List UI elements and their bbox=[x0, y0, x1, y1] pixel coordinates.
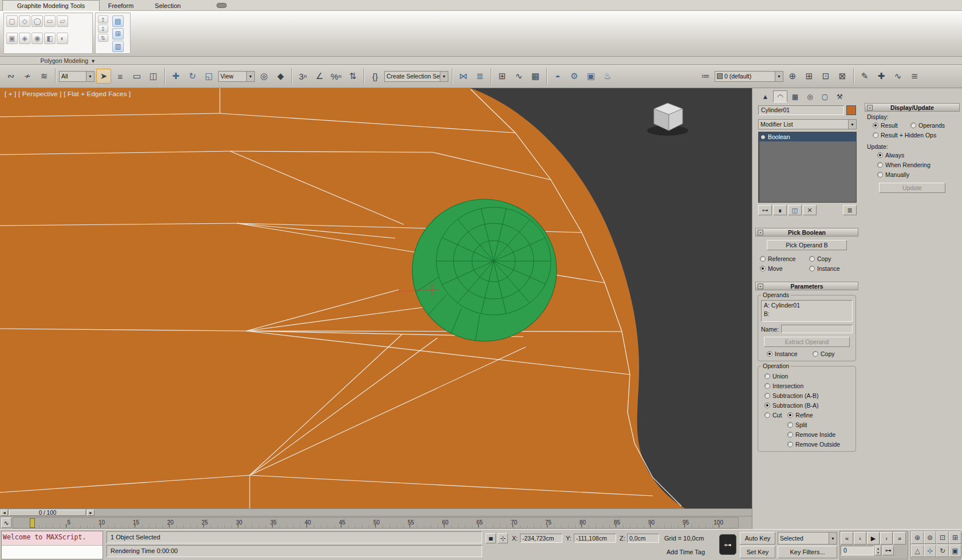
snaps-toggle-icon[interactable]: 3ⁿ bbox=[295, 69, 310, 84]
radio-button[interactable] bbox=[910, 123, 916, 128]
radio-button[interactable] bbox=[873, 123, 878, 128]
radio-button[interactable] bbox=[877, 172, 883, 178]
select-and-rotate-icon[interactable]: ↻ bbox=[185, 69, 200, 84]
tab-freeform[interactable]: Freeform bbox=[101, 0, 141, 11]
ribbon-tool-icon[interactable]: ◇ bbox=[19, 15, 30, 27]
edit-named-selection-sets-icon[interactable]: {} bbox=[368, 69, 383, 84]
radio-button[interactable] bbox=[787, 412, 793, 418]
edit-poly-tool-icon[interactable]: ✎ bbox=[857, 69, 872, 84]
frame-spinner[interactable]: ▲ ▼ bbox=[875, 546, 881, 555]
operands-list[interactable]: A: Cylinder01 B: bbox=[761, 300, 853, 322]
radio-button[interactable] bbox=[809, 256, 815, 262]
select-and-manipulate-icon[interactable]: ◆ bbox=[273, 69, 288, 84]
selection-lock-toggle[interactable]: ◙ bbox=[486, 533, 496, 543]
radio-button[interactable] bbox=[764, 373, 770, 379]
percent-snap-icon[interactable]: %ⁿ bbox=[329, 69, 344, 84]
maxscript-mini-listener[interactable]: Welcome to MAXScript. bbox=[1, 531, 103, 559]
ribbon-tool-icon[interactable]: ◧ bbox=[44, 33, 56, 44]
set-current-layer-icon[interactable]: ⊠ bbox=[835, 69, 850, 84]
z-coordinate-field[interactable]: 0,0cm bbox=[627, 534, 659, 543]
radio-button[interactable] bbox=[764, 393, 770, 399]
modifier-stack-row[interactable]: Boolean bbox=[759, 132, 856, 141]
key-step-toggle[interactable]: ⊶ bbox=[882, 546, 894, 555]
polygon-modeling-caption[interactable]: Polygon Modeling ▾ bbox=[3, 57, 132, 65]
tab-hierarchy[interactable]: ▦ bbox=[788, 90, 802, 102]
layer-explorer-icon[interactable]: ⊞ bbox=[495, 69, 510, 84]
radio-button[interactable] bbox=[787, 422, 793, 428]
radio-button[interactable] bbox=[764, 383, 770, 389]
pick-operand-b-button[interactable]: Pick Operand B bbox=[767, 240, 847, 250]
zoom-extents-icon[interactable]: ⊡ bbox=[936, 531, 949, 544]
radio-button[interactable] bbox=[760, 266, 766, 271]
zoom-icon[interactable]: ⊕ bbox=[911, 531, 924, 544]
ribbon-tool-icon[interactable]: ▢ bbox=[6, 15, 18, 27]
ribbon-tool-icon[interactable]: ◈ bbox=[19, 33, 30, 44]
object-name-field[interactable]: Cylinder01 bbox=[758, 105, 844, 115]
add-time-tag[interactable]: Add Time Tag bbox=[667, 549, 705, 555]
select-and-link-icon[interactable]: ∾ bbox=[3, 69, 18, 84]
parameters-header[interactable]: - Parameters bbox=[755, 282, 858, 290]
tab-utilities[interactable]: ⚒ bbox=[833, 90, 847, 102]
add-selection-to-layer-icon[interactable]: ⊞ bbox=[802, 69, 817, 84]
unlink-selection-icon[interactable]: ≁ bbox=[20, 69, 35, 84]
fov-icon[interactable]: △ bbox=[911, 545, 924, 557]
absolute-offset-toggle[interactable]: ⊹ bbox=[498, 533, 508, 543]
set-key-mode-icon[interactable]: ⊶ bbox=[719, 534, 736, 555]
auto-key-button[interactable]: Auto Key bbox=[740, 532, 775, 545]
select-objects-in-layer-icon[interactable]: ⊡ bbox=[818, 69, 833, 84]
previous-frame-button[interactable]: ‹ bbox=[854, 532, 866, 545]
ribbon-tool-icon[interactable]: ◉ bbox=[31, 33, 43, 44]
radio-button[interactable] bbox=[809, 266, 815, 271]
manage-layers-icon[interactable]: ≔ bbox=[698, 69, 713, 84]
rectangular-selection-region-icon[interactable]: ▭ bbox=[129, 69, 144, 84]
y-coordinate-field[interactable]: -111,108cm bbox=[574, 534, 616, 543]
schematic-view-icon[interactable]: ▦ bbox=[528, 69, 543, 84]
ribbon-tool-icon[interactable]: ⊞ bbox=[112, 28, 124, 40]
update-button[interactable]: Update bbox=[879, 183, 945, 193]
window-crossing-icon[interactable]: ◫ bbox=[146, 69, 161, 84]
ribbon-tool-icon[interactable]: ▱ bbox=[57, 15, 68, 27]
radio-button[interactable] bbox=[760, 256, 766, 262]
curve-editor-icon[interactable]: ∿ bbox=[511, 69, 526, 84]
go-to-start-button[interactable]: « bbox=[841, 532, 853, 545]
operand-name-input[interactable] bbox=[781, 325, 853, 333]
remove-modifier-button[interactable]: ✕ bbox=[803, 205, 817, 215]
collapse-icon[interactable]: - bbox=[758, 283, 763, 289]
maxscript-output-line[interactable]: Welcome to MAXScript. bbox=[2, 531, 102, 546]
tab-modify[interactable]: ◠ bbox=[773, 90, 787, 102]
rendered-frame-window-icon[interactable]: ▣ bbox=[583, 69, 598, 84]
ribbon-tool-icon[interactable]: ↥ bbox=[98, 15, 108, 23]
modifier-list-dropdown[interactable]: Modifier List ▼ bbox=[758, 119, 857, 129]
zoom-all-icon[interactable]: ⊚ bbox=[924, 531, 936, 544]
boolean-operand-cylinder[interactable] bbox=[412, 199, 557, 341]
radio-button[interactable] bbox=[764, 412, 770, 418]
key-mode-dropdown[interactable]: Selected ▼ bbox=[778, 532, 837, 545]
trackbar-ruler[interactable]: 5101520253035404550556065707580859095100 bbox=[13, 517, 739, 529]
time-slider-right-arrow[interactable]: ► bbox=[87, 510, 94, 516]
mini-curve-editor-button[interactable]: ∿ bbox=[1, 518, 11, 528]
radio-button[interactable] bbox=[787, 441, 793, 447]
next-frame-button[interactable]: › bbox=[880, 532, 893, 545]
viewport-label[interactable]: [ + ] [ Perspective ] [ Flat + Edged Fac… bbox=[5, 90, 131, 97]
ribbon-tool-icon[interactable]: ◯ bbox=[31, 15, 43, 27]
render-setup-icon[interactable]: ⚙ bbox=[567, 69, 582, 84]
ribbon-minimize-button[interactable] bbox=[216, 3, 227, 8]
angle-snap-icon[interactable]: ∠ bbox=[312, 69, 327, 84]
radio-button[interactable] bbox=[767, 351, 772, 357]
ribbon-tool-icon[interactable]: ▥ bbox=[112, 41, 124, 52]
orbit-icon[interactable]: ↻ bbox=[936, 545, 949, 557]
spin-up-icon[interactable]: ▲ bbox=[876, 546, 881, 551]
tab-selection[interactable]: Selection bbox=[147, 0, 189, 11]
time-slider-left-arrow[interactable]: ◄ bbox=[1, 510, 8, 516]
modifier-visibility-icon[interactable] bbox=[760, 135, 766, 140]
create-new-layer-icon[interactable]: ⊕ bbox=[785, 69, 800, 84]
radio-button[interactable] bbox=[764, 403, 770, 408]
radio-button[interactable] bbox=[877, 162, 883, 168]
graph-tool-icon[interactable]: ≅ bbox=[907, 69, 922, 84]
ribbon-tool-icon[interactable]: ▭ bbox=[44, 15, 56, 27]
pin-stack-button[interactable]: ⊶ bbox=[758, 205, 772, 215]
tab-display[interactable]: ▢ bbox=[818, 90, 832, 102]
tab-create[interactable]: ▲ bbox=[758, 90, 772, 102]
ribbon-tool-icon[interactable]: ▣ bbox=[6, 33, 18, 44]
time-slider[interactable]: ◄ 0 / 100 ► bbox=[0, 508, 752, 516]
